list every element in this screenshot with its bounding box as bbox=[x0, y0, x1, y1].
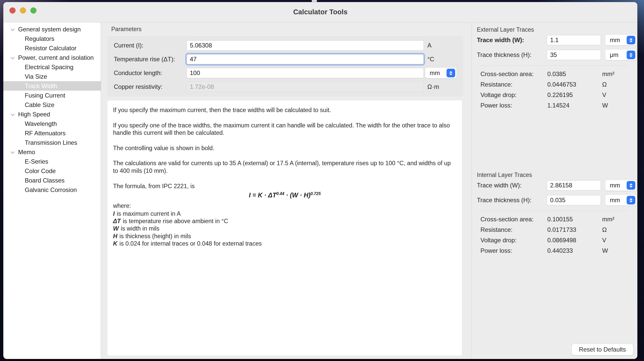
description-box: If you specify the maximum current, then… bbox=[107, 100, 462, 356]
external-trace-width-input[interactable] bbox=[547, 35, 601, 45]
where-item: Wis width in mils bbox=[113, 225, 456, 232]
sidebar-tree-item[interactable]: Wavelength bbox=[3, 119, 101, 128]
internal-trace-width-row: Trace width (W): mm bbox=[477, 180, 634, 191]
where-item: His thickness (height) in mils bbox=[113, 233, 456, 239]
where-label: where: bbox=[113, 202, 456, 210]
result-value: 0.0869498 bbox=[547, 237, 602, 244]
external-trace-width-unit-select[interactable]: mm bbox=[605, 35, 637, 45]
internal-trace-thickness-input[interactable] bbox=[547, 195, 601, 205]
where-list: Iis maximum current in A ΔTis temperatur… bbox=[113, 210, 456, 247]
result-label: Resistance: bbox=[480, 81, 547, 88]
sidebar-tree-item[interactable]: Electrical Spacing bbox=[3, 62, 101, 72]
trace-results-panel: External Layer Traces Trace width (W): m… bbox=[472, 22, 637, 359]
result-value: 0.226195 bbox=[547, 91, 602, 99]
conductor-length-input[interactable] bbox=[187, 68, 424, 78]
external-trace-width-label: Trace width (W): bbox=[477, 37, 544, 44]
result-value: 0.440233 bbox=[547, 247, 602, 254]
sidebar-tree-item[interactable]: Via Size bbox=[3, 72, 101, 81]
stepper-icon bbox=[627, 36, 635, 44]
sidebar-tree-item[interactable]: Resistor Calculator bbox=[3, 43, 101, 53]
chevron-down-icon[interactable] bbox=[11, 113, 15, 116]
external-section-title: External Layer Traces bbox=[477, 26, 637, 33]
sidebar-tree-item[interactable]: Color Code bbox=[3, 166, 101, 176]
result-value: 1.14524 bbox=[547, 102, 602, 109]
chevron-down-icon[interactable] bbox=[11, 56, 15, 59]
sidebar-tree-item[interactable]: General system design bbox=[3, 25, 101, 34]
chevron-down-icon[interactable] bbox=[11, 28, 15, 31]
sidebar-tree-item[interactable]: High Speed bbox=[3, 110, 101, 119]
sidebar-item-label: Electrical Spacing bbox=[25, 64, 73, 71]
external-trace-thickness-unit-select[interactable]: μm bbox=[605, 50, 637, 60]
result-value: 0.0385 bbox=[547, 70, 602, 78]
result-label: Power loss: bbox=[480, 102, 547, 109]
sidebar-tree-item[interactable]: Transmission Lines bbox=[3, 138, 101, 147]
sidebar-tree-item[interactable]: Fusing Current bbox=[3, 91, 101, 100]
copper-resistivity-row: Copper resistivity: Ω·m bbox=[114, 81, 463, 92]
sidebar-tree-item[interactable]: Board Classes bbox=[3, 176, 101, 185]
temperature-rise-input[interactable] bbox=[187, 54, 424, 64]
sidebar-item-label: Via Size bbox=[25, 73, 47, 80]
result-row: Cross-section area: 0.100155 mm² bbox=[480, 214, 634, 224]
internal-trace-width-unit-select[interactable]: mm bbox=[605, 180, 637, 191]
calculator-tools-window: Calculator Tools General system design R… bbox=[3, 2, 637, 359]
sidebar-item-label: Power, current and isolation bbox=[18, 54, 94, 61]
sidebar-item-label: High Speed bbox=[18, 111, 50, 118]
current-input[interactable] bbox=[187, 40, 424, 51]
description-paragraph: If you specify one of the trace widths, … bbox=[113, 122, 456, 137]
result-row: Power loss: 1.14524 W bbox=[480, 100, 634, 111]
copper-resistivity-label: Copper resistivity: bbox=[114, 83, 187, 90]
where-item: Iis maximum current in A bbox=[113, 210, 456, 217]
sidebar-item-label: Board Classes bbox=[25, 177, 65, 184]
window-title: Calculator Tools bbox=[3, 2, 637, 22]
sidebar-tree-item[interactable]: E-Series bbox=[3, 157, 101, 166]
sidebar-tree-item[interactable]: Power, current and isolation bbox=[3, 53, 101, 62]
external-trace-thickness-label: Trace thickness (H): bbox=[477, 51, 544, 58]
sidebar-tree-item[interactable]: Track Width bbox=[3, 81, 101, 91]
internal-trace-width-label: Trace width (W): bbox=[477, 182, 544, 189]
result-row: Voltage drop: 0.226195 V bbox=[480, 90, 634, 100]
result-label: Cross-section area: bbox=[480, 216, 547, 223]
result-label: Resistance: bbox=[480, 226, 547, 233]
sidebar-tree-item[interactable]: Regulators bbox=[3, 34, 101, 43]
reset-to-defaults-button[interactable]: Reset to Defaults bbox=[572, 344, 633, 355]
parameters-section-title: Parameters bbox=[111, 26, 472, 33]
chevron-down-icon[interactable] bbox=[11, 150, 15, 154]
parameters-group: Current (I): A Temperature rise (ΔT): °C… bbox=[107, 35, 463, 97]
internal-trace-width-input[interactable] bbox=[547, 180, 601, 190]
external-trace-width-row: Trace width (W): mm bbox=[477, 35, 634, 45]
copper-resistivity-input bbox=[187, 82, 424, 92]
result-label: Cross-section area: bbox=[480, 70, 547, 78]
sidebar-item-label: Cable Size bbox=[25, 101, 54, 109]
result-unit: W bbox=[602, 102, 634, 109]
sidebar-tree-item[interactable]: Cable Size bbox=[3, 100, 101, 110]
description-paragraph: The controlling value is shown in bold. bbox=[113, 145, 456, 152]
current-unit: A bbox=[424, 42, 463, 49]
result-row: Resistance: 0.0446753 Ω bbox=[480, 79, 634, 90]
sidebar-item-label: Transmission Lines bbox=[25, 139, 77, 146]
external-trace-thickness-input[interactable] bbox=[547, 50, 601, 60]
sidebar-item-label: E-Series bbox=[25, 158, 48, 165]
sidebar-item-label: Regulators bbox=[25, 35, 54, 42]
conductor-length-row: Conductor length: mm bbox=[114, 67, 463, 79]
internal-trace-thickness-unit-select[interactable]: mm bbox=[605, 195, 637, 206]
sidebar-tree-item[interactable]: Galvanic Corrosion bbox=[3, 185, 101, 195]
stepper-icon bbox=[447, 69, 455, 77]
calculator-tree: General system design Regulators Resisto… bbox=[3, 22, 101, 359]
temperature-rise-label: Temperature rise (ΔT): bbox=[114, 56, 187, 63]
temperature-rise-unit: °C bbox=[424, 56, 463, 63]
result-value: 0.0171733 bbox=[547, 226, 602, 233]
sidebar-tree-item[interactable]: Memo bbox=[3, 147, 101, 157]
sidebar-item-label: Wavelength bbox=[25, 120, 57, 127]
result-label: Voltage drop: bbox=[480, 237, 547, 244]
external-layer-traces-section: External Layer Traces Trace width (W): m… bbox=[472, 26, 637, 111]
result-unit: mm² bbox=[602, 216, 634, 223]
description-paragraph: If you specify the maximum current, then… bbox=[113, 106, 456, 114]
where-item: Kis 0.024 for internal traces or 0.048 f… bbox=[113, 240, 456, 247]
result-unit: mm² bbox=[602, 70, 634, 78]
conductor-length-unit-value: mm bbox=[430, 69, 440, 77]
description-paragraphs: If you specify the maximum current, then… bbox=[113, 106, 456, 175]
divider bbox=[480, 65, 629, 66]
conductor-length-unit-select[interactable]: mm bbox=[425, 68, 456, 78]
sidebar-tree-item[interactable]: RF Attenuators bbox=[3, 128, 101, 138]
result-row: Power loss: 0.440233 W bbox=[480, 245, 634, 256]
